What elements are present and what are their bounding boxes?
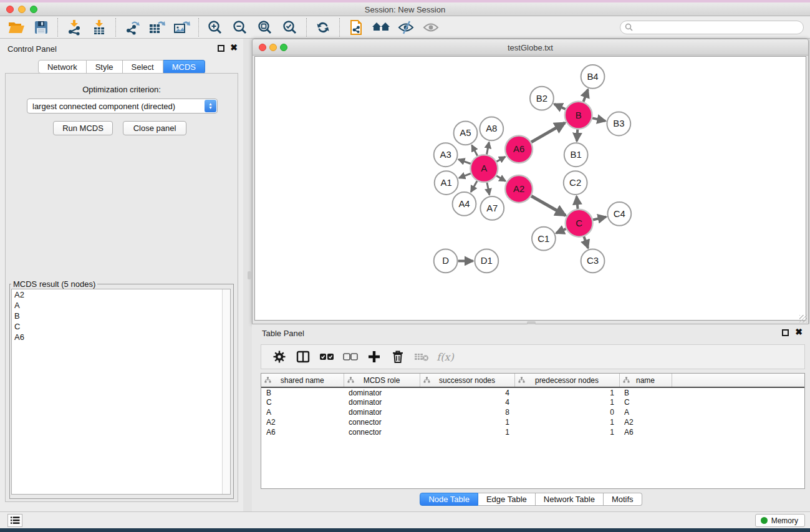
network-canvas[interactable]: B4B2BB3A5A8A6A3AB1A1C2A2A4A7C4CC1C3DD1 (254, 56, 806, 321)
node-C1[interactable]: C1 (532, 227, 556, 251)
tab-motifs[interactable]: Motifs (604, 493, 642, 506)
node-A8[interactable]: A8 (480, 117, 503, 141)
node-A6[interactable]: A6 (505, 135, 533, 163)
table-remove-icon[interactable] (410, 347, 433, 366)
resize-grip[interactable] (799, 315, 807, 322)
mcds-result-list[interactable]: A2ABCA6 (11, 289, 231, 495)
column-header[interactable]: MCDS role (344, 374, 420, 387)
run-mcds-button[interactable]: Run MCDS (53, 121, 113, 135)
tab-network-table[interactable]: Network Table (536, 493, 604, 506)
hide-visibility-icon[interactable] (393, 18, 418, 37)
edge-A-A6[interactable] (496, 157, 505, 162)
function-icon[interactable]: f(x) (433, 347, 457, 366)
node-table[interactable]: shared nameMCDS rolesuccessor nodesprede… (261, 373, 805, 489)
tab-select[interactable]: Select (123, 60, 163, 74)
zoom-fit-icon[interactable] (253, 18, 277, 37)
home-icon[interactable] (369, 18, 393, 37)
tab-edge-table[interactable]: Edge Table (478, 493, 536, 506)
deselect-all-icon[interactable] (339, 347, 362, 366)
node-B4[interactable]: B4 (581, 65, 605, 89)
node-A[interactable]: A (470, 155, 498, 182)
result-item[interactable]: C (12, 321, 230, 332)
optimization-criterion-select[interactable]: largest connected component (directed) ▲… (27, 99, 218, 114)
column-header[interactable]: predecessor nodes (514, 374, 619, 387)
table-row[interactable]: A2connector11A2 (261, 417, 804, 427)
import-network-icon[interactable] (62, 18, 87, 37)
zoom-in-icon[interactable] (203, 18, 228, 37)
table-row[interactable]: Adominator80A (261, 407, 804, 417)
edge-B-B1[interactable] (577, 129, 577, 141)
import-table-icon[interactable] (87, 18, 112, 37)
node-A3[interactable]: A3 (434, 143, 458, 167)
float-panel-icon[interactable] (218, 45, 224, 52)
delete-icon[interactable] (386, 347, 410, 366)
result-item[interactable]: A2 (12, 289, 230, 300)
result-item[interactable]: A6 (12, 332, 230, 342)
node-D1[interactable]: D1 (475, 249, 498, 273)
edge-B-B4[interactable] (584, 89, 588, 102)
node-C2[interactable]: C2 (564, 171, 587, 195)
close-table-panel-icon[interactable]: ✖ (795, 327, 803, 336)
edge-A6-B[interactable] (531, 123, 565, 142)
edge-A-A4[interactable] (471, 181, 477, 192)
edge-C-C3[interactable] (584, 236, 588, 248)
close-panel-button[interactable]: Close panel (123, 121, 186, 135)
edge-A-A2[interactable] (496, 176, 506, 181)
node-B3[interactable]: B3 (607, 112, 630, 136)
tab-style[interactable]: Style (87, 60, 123, 74)
save-session-icon[interactable] (29, 18, 54, 37)
result-scrollbar[interactable] (222, 289, 230, 494)
edge-A2-C[interactable] (531, 196, 566, 215)
result-item[interactable]: B (12, 311, 230, 321)
export-table-icon[interactable] (145, 18, 170, 37)
open-session-icon[interactable] (4, 18, 29, 37)
zoom-out-icon[interactable] (228, 18, 253, 37)
export-image-icon[interactable] (170, 18, 195, 37)
edge-A-A7[interactable] (487, 183, 489, 195)
close-panel-icon[interactable]: ✖ (230, 43, 238, 52)
network-window-titlebar[interactable]: testGlobe.txt (253, 39, 808, 56)
tab-mcds[interactable]: MCDS (163, 60, 205, 74)
edge-B-B3[interactable] (592, 118, 605, 121)
result-item[interactable]: A (12, 300, 230, 311)
node-C4[interactable]: C4 (607, 202, 631, 226)
node-C3[interactable]: C3 (581, 249, 605, 273)
show-visibility-icon[interactable] (418, 18, 443, 37)
task-history-button[interactable] (7, 514, 22, 527)
node-A5[interactable]: A5 (454, 122, 478, 145)
node-A2[interactable]: A2 (505, 175, 533, 203)
edge-A-A5[interactable] (472, 145, 478, 156)
select-all-icon[interactable] (315, 347, 339, 366)
table-row[interactable]: Bdominator41B (261, 387, 804, 397)
edge-C-C4[interactable] (593, 217, 606, 220)
search-input[interactable] (620, 21, 804, 34)
edge-C-C1[interactable] (556, 229, 566, 233)
column-header[interactable]: successor nodes (420, 374, 514, 387)
table-row[interactable]: A6connector11A6 (261, 427, 804, 437)
gear-icon[interactable] (268, 347, 291, 366)
zoom-selected-icon[interactable] (277, 18, 302, 37)
table-row[interactable]: Cdominator41C (261, 397, 804, 407)
vertical-scrollbar-thumb[interactable] (248, 271, 251, 279)
tab-network[interactable]: Network (38, 60, 87, 74)
node-B1[interactable]: B1 (564, 143, 588, 167)
node-C[interactable]: C (566, 210, 593, 237)
node-A1[interactable]: A1 (435, 171, 458, 195)
node-B[interactable]: B (565, 102, 592, 129)
edge-B-B2[interactable] (554, 104, 566, 109)
refresh-icon[interactable] (311, 18, 335, 37)
memory-button[interactable]: Memory (755, 514, 805, 527)
float-table-panel-icon[interactable] (782, 329, 789, 336)
node-A7[interactable]: A7 (480, 196, 504, 220)
edge-A-A1[interactable] (459, 173, 471, 178)
node-B2[interactable]: B2 (530, 87, 554, 110)
column-header[interactable]: shared name (261, 374, 344, 387)
edge-A-A3[interactable] (458, 160, 471, 164)
edge-A-A8[interactable] (487, 142, 489, 155)
add-icon[interactable] (362, 347, 386, 366)
column-header[interactable]: name (619, 374, 672, 387)
tab-node-table[interactable]: Node Table (420, 493, 478, 506)
edge-C-C2[interactable] (577, 196, 578, 209)
network-graph[interactable]: B4B2BB3A5A8A6A3AB1A1C2A2A4A7C4CC1C3DD1 (255, 57, 806, 320)
node-A4[interactable]: A4 (453, 192, 476, 216)
